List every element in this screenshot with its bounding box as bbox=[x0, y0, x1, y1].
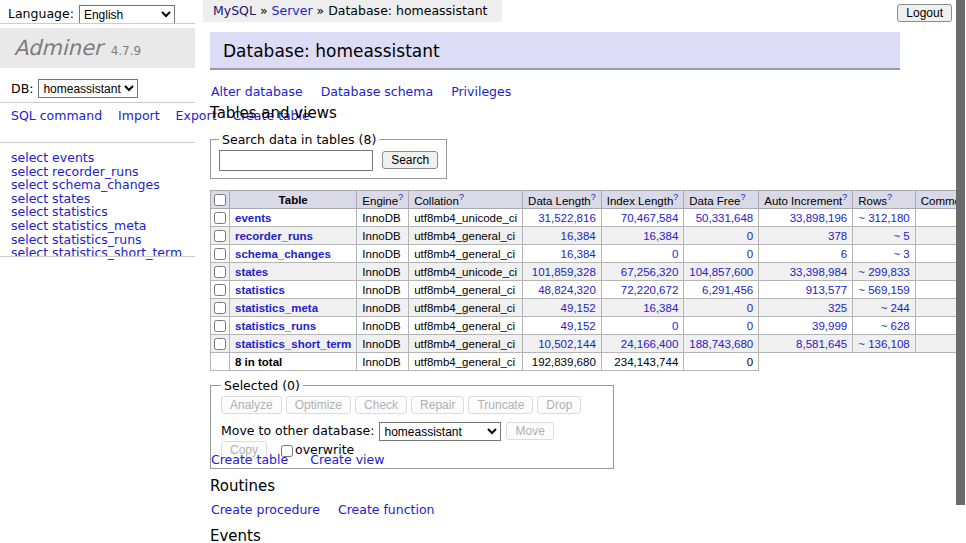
page-title: Database: homeassistant bbox=[210, 32, 900, 61]
table-row: schema_changesInnoDButf8mb4_general_ci16… bbox=[211, 245, 966, 263]
data-length-cell: 16,384 bbox=[523, 227, 602, 245]
rows-cell: ~ 5 bbox=[853, 227, 915, 245]
row-checkbox-cell bbox=[211, 335, 230, 353]
routine-link-create-function[interactable]: Create function bbox=[338, 502, 435, 517]
row-checkbox-cell bbox=[211, 299, 230, 317]
data-free-cell: 50,331,648 bbox=[684, 209, 759, 227]
breadcrumb-mysql-link[interactable]: MySQL bbox=[213, 3, 256, 18]
tables-list: TableEngine?Collation?Data Length?Index … bbox=[210, 190, 966, 371]
adminer-screen: Language:English Logout Adminer 4.7.9 DB… bbox=[0, 0, 966, 543]
column-header-engine: Engine? bbox=[357, 191, 409, 209]
row-checkbox[interactable] bbox=[214, 212, 226, 224]
data-length-cell: 16,384 bbox=[523, 245, 602, 263]
adminer-logo: Adminer bbox=[14, 36, 102, 60]
create-link-create-table[interactable]: Create table bbox=[211, 452, 288, 467]
column-header-label: Table bbox=[279, 194, 308, 206]
table-link-states[interactable]: states bbox=[235, 266, 268, 278]
help-link[interactable]: ? bbox=[887, 192, 892, 202]
data-length-cell: 49,152 bbox=[523, 299, 602, 317]
table-row: eventsInnoDButf8mb4_unicode_ci31,522,816… bbox=[211, 209, 966, 227]
help-link[interactable]: ? bbox=[591, 192, 596, 202]
column-header-auto-increment: Auto Increment? bbox=[759, 191, 853, 209]
collation-cell: utf8mb4_unicode_ci bbox=[409, 209, 523, 227]
table-link-statistics-runs[interactable]: statistics_runs bbox=[235, 320, 316, 332]
table-name-cell: statistics_meta bbox=[230, 299, 357, 317]
total-engine-cell: InnoDB bbox=[357, 353, 409, 371]
check-button: Check bbox=[355, 396, 407, 414]
help-link[interactable]: ? bbox=[842, 192, 847, 202]
table-name-cell: statistics_short_term bbox=[230, 335, 357, 353]
select-all-cell bbox=[211, 191, 230, 209]
index-length-cell: 16,384 bbox=[601, 299, 684, 317]
db-action-alter-database[interactable]: Alter database bbox=[211, 84, 303, 99]
engine-cell: InnoDB bbox=[357, 281, 409, 299]
auto-increment-cell: 39,999 bbox=[759, 317, 853, 335]
data-length-cell: 49,152 bbox=[523, 317, 602, 335]
tables-and-views-heading: Tables and views bbox=[210, 104, 337, 122]
help-link[interactable]: ? bbox=[398, 192, 403, 202]
index-length-cell: 0 bbox=[601, 317, 684, 335]
table-name-cell: schema_changes bbox=[230, 245, 357, 263]
breadcrumb-separator: » bbox=[260, 3, 268, 18]
rows-cell: ~ 136,108 bbox=[853, 335, 915, 353]
help-link[interactable]: ? bbox=[740, 192, 745, 202]
index-length-cell: 70,467,584 bbox=[601, 209, 684, 227]
optimize-button: Optimize bbox=[286, 396, 351, 414]
help-link[interactable]: ? bbox=[673, 192, 678, 202]
routine-link-create-procedure[interactable]: Create procedure bbox=[211, 502, 320, 517]
column-header-label: Auto Increment bbox=[764, 195, 842, 207]
create-link-create-view[interactable]: Create view bbox=[310, 452, 384, 467]
engine-cell: InnoDB bbox=[357, 317, 409, 335]
sidebar: Adminer 4.7.9 DB:homeassistant SQL comma… bbox=[0, 0, 195, 543]
analyze-button: Analyze bbox=[221, 396, 282, 414]
table-link-schema-changes[interactable]: schema_changes bbox=[235, 248, 331, 260]
auto-increment-cell: 6 bbox=[759, 245, 853, 263]
table-link-recorder-runs[interactable]: recorder_runs bbox=[235, 230, 313, 242]
search-button[interactable]: Search bbox=[382, 151, 438, 169]
row-checkbox[interactable] bbox=[214, 248, 226, 260]
logout-button[interactable]: Logout bbox=[897, 4, 952, 22]
sidebar-action-import[interactable]: Import bbox=[118, 108, 160, 123]
search-fieldset: Search data in tables (8) Search bbox=[210, 132, 447, 179]
search-input[interactable] bbox=[219, 150, 373, 171]
column-header-label: Engine bbox=[362, 195, 398, 207]
divider bbox=[0, 256, 195, 257]
row-checkbox[interactable] bbox=[214, 320, 226, 332]
db-action-privileges[interactable]: Privileges bbox=[451, 84, 511, 99]
db-label: DB: bbox=[11, 81, 33, 96]
data-free-cell: 0 bbox=[684, 245, 759, 263]
scrollbar-thumb[interactable] bbox=[956, 0, 965, 505]
breadcrumb-server-link[interactable]: Server bbox=[272, 3, 313, 18]
collation-cell: utf8mb4_general_ci bbox=[409, 299, 523, 317]
row-checkbox[interactable] bbox=[214, 302, 226, 314]
row-checkbox-cell bbox=[211, 317, 230, 335]
row-checkbox[interactable] bbox=[214, 230, 226, 242]
table-link-events[interactable]: events bbox=[235, 212, 271, 224]
total-data-length-cell: 192,839,680 bbox=[523, 353, 602, 371]
help-link[interactable]: ? bbox=[459, 192, 464, 202]
table-link-statistics[interactable]: statistics bbox=[235, 284, 285, 296]
collation-cell: utf8mb4_general_ci bbox=[409, 317, 523, 335]
table-link-statistics-short-term[interactable]: statistics_short_term bbox=[235, 338, 351, 350]
breadcrumb-separator: » bbox=[317, 3, 325, 18]
page-title-band: Database: homeassistant bbox=[210, 32, 900, 70]
column-header-label: Rows bbox=[858, 195, 887, 207]
brand-band: Adminer 4.7.9 bbox=[0, 28, 195, 68]
sidebar-table-link-item: select statistics_short_term bbox=[11, 246, 182, 260]
sidebar-link-select-statistics-short-term[interactable]: select statistics_short_term bbox=[11, 245, 182, 260]
row-checkbox[interactable] bbox=[214, 266, 226, 278]
row-checkbox[interactable] bbox=[214, 338, 226, 350]
data-free-cell: 188,743,680 bbox=[684, 335, 759, 353]
rows-cell: ~ 299,833 bbox=[853, 263, 915, 281]
sidebar-action-sql-command[interactable]: SQL command bbox=[11, 108, 102, 123]
scrollbar[interactable] bbox=[956, 0, 966, 543]
routines-heading: Routines bbox=[210, 477, 275, 495]
table-row: statistics_runsInnoDButf8mb4_general_ci4… bbox=[211, 317, 966, 335]
row-checkbox[interactable] bbox=[214, 284, 226, 296]
table-row: statisticsInnoDButf8mb4_general_ci48,824… bbox=[211, 281, 966, 299]
move-db-select[interactable]: homeassistant bbox=[379, 422, 501, 441]
table-link-statistics-meta[interactable]: statistics_meta bbox=[235, 302, 318, 314]
db-select[interactable]: homeassistant bbox=[38, 79, 138, 98]
db-action-database-schema[interactable]: Database schema bbox=[321, 84, 433, 99]
select-all-checkbox[interactable] bbox=[214, 194, 226, 206]
